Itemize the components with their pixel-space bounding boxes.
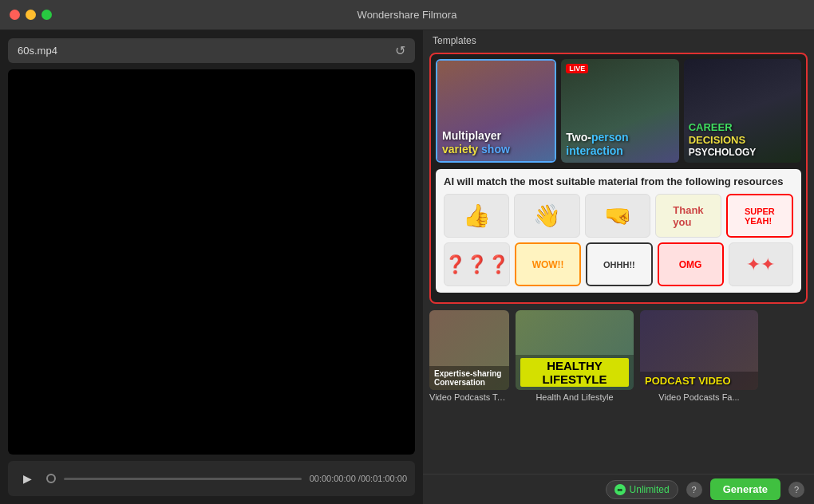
live-badge: LIVE	[566, 64, 588, 73]
close-dot[interactable]	[10, 10, 20, 20]
emoji-fist[interactable]: 🤜	[585, 194, 650, 238]
templates-label: Templates	[423, 30, 814, 49]
unlimited-icon: ∞	[614, 484, 626, 495]
unlimited-button[interactable]: ∞ Unlimited	[606, 480, 678, 499]
thumb-multiplayer-label: Multiplayer variety show	[442, 129, 510, 156]
maximize-dot[interactable]	[41, 10, 52, 20]
app-title: Wondershare Filmora	[358, 9, 457, 21]
help-icon-1[interactable]: ?	[686, 482, 702, 498]
emoji-wow[interactable]: WOW!!	[515, 242, 581, 286]
podcast-label: PODCAST VIDEO	[640, 372, 758, 390]
titlebar: Wondershare Filmora	[0, 0, 814, 30]
emoji-yeah[interactable]: SUPERYEAH!	[726, 194, 793, 238]
emoji-question[interactable]: ❓❓❓	[444, 242, 510, 286]
bottom-thumb-podcast[interactable]: PODCAST VIDEO Video Podcasts Fa...	[640, 310, 758, 402]
play-button[interactable]: ▶	[16, 467, 38, 490]
bottom-thumb-healthy[interactable]: HEALTHYLIFESTYLE Health And Lifestyle	[516, 310, 634, 402]
emoji-thumbsup[interactable]: 👍	[444, 194, 509, 238]
video-preview	[8, 69, 415, 455]
selected-template-box: Multiplayer variety show LIVE Two-person	[429, 53, 808, 304]
emoji-thankyou[interactable]: Thankyou	[655, 194, 721, 238]
help-icon-2[interactable]: ?	[788, 482, 804, 498]
main-layout: 60s.mp4 ↺ ▶ 00:00:00:00 /00:01:00:00 Tem…	[0, 30, 814, 504]
emoji-row-2: ❓❓❓ WOW!! OHHH!! OMG ✦✦	[444, 242, 793, 286]
ai-match-text: AI will match the most suitable material…	[444, 175, 793, 187]
emoji-row-1: 👍 👋 🤜 Thankyou SUPERYEAH!	[444, 194, 793, 238]
minimize-dot[interactable]	[26, 10, 36, 20]
left-panel: 60s.mp4 ↺ ▶ 00:00:00:00 /00:01:00:00	[0, 30, 423, 504]
podcast-title: Video Podcasts Fa...	[640, 392, 758, 402]
partial-thumb-title: Video Podcasts Tal...	[429, 392, 509, 402]
emoji-wave[interactable]: 👋	[514, 194, 579, 238]
file-bar: 60s.mp4 ↺	[8, 38, 415, 63]
emoji-ohhh[interactable]: OHHH!!	[586, 242, 652, 286]
time-current: 00:00:00:00	[310, 474, 356, 483]
thumb-career[interactable]: CAREER DECISIONS PSYCHOLOGY	[684, 59, 801, 163]
bottom-thumbs: Expertise-sharing Conversation Video Pod…	[423, 307, 814, 408]
time-total: /00:01:00:00	[358, 474, 407, 483]
emoji-omg[interactable]: OMG	[658, 242, 724, 286]
thumb-twoperson-label: Two-person interaction	[566, 131, 628, 158]
footer-bar: ∞ Unlimited ? Generate ?	[423, 474, 814, 504]
template-thumbnails: Multiplayer variety show LIVE Two-person	[436, 59, 801, 163]
window-controls	[10, 10, 52, 20]
healthy-title: Health And Lifestyle	[516, 392, 634, 402]
file-name: 60s.mp4	[18, 45, 57, 57]
healthy-label: HEALTHYLIFESTYLE	[516, 355, 634, 390]
bottom-thumb-partial[interactable]: Expertise-sharing Conversation Video Pod…	[429, 310, 509, 402]
thumb-twoperson[interactable]: LIVE Two-person interaction	[561, 59, 678, 163]
thumb-career-label: CAREER DECISIONS PSYCHOLOGY	[689, 121, 757, 158]
timeline-dot	[46, 474, 56, 483]
timeline-bar: ▶ 00:00:00:00 /00:01:00:00	[8, 461, 415, 496]
partial-thumb-label: Expertise-sharing Conversation	[429, 366, 509, 390]
unlimited-label: Unlimited	[630, 484, 670, 495]
emoji-sparkle[interactable]: ✦✦	[729, 242, 793, 286]
emoji-grid: 👍 👋 🤜 Thankyou SUPERYEAH! ❓❓❓ WOW!! OHHH…	[444, 194, 793, 286]
ai-match-section: AI will match the most suitable material…	[436, 169, 801, 293]
generate-button[interactable]: Generate	[710, 478, 780, 500]
timeline-track[interactable]	[64, 478, 302, 480]
right-panel: Templates Multiplayer variety show	[423, 30, 814, 504]
time-display: 00:00:00:00 /00:01:00:00	[310, 474, 407, 483]
reload-icon[interactable]: ↺	[395, 43, 405, 58]
thumb-multiplayer[interactable]: Multiplayer variety show	[436, 59, 556, 163]
